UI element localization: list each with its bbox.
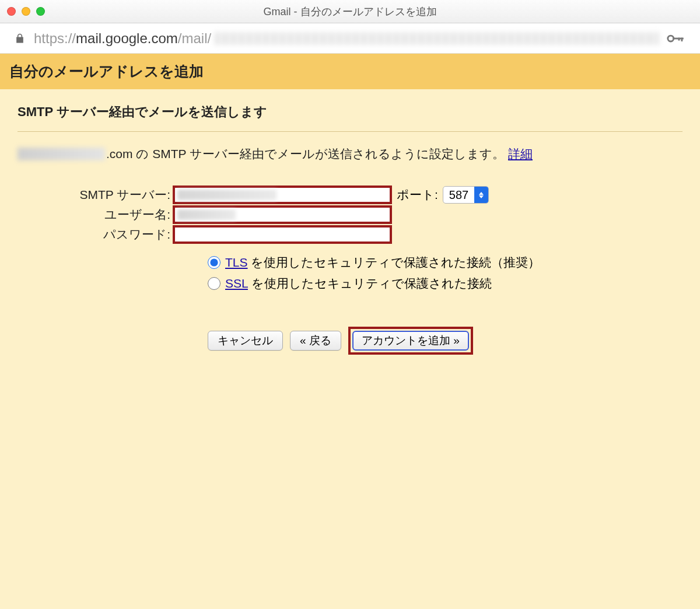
tls-link[interactable]: TLS bbox=[225, 256, 248, 269]
add-account-button[interactable]: アカウントを追加 » bbox=[352, 331, 469, 351]
password-label: パスワード: bbox=[50, 226, 173, 243]
port-select-arrow-icon bbox=[474, 187, 488, 203]
section-title: SMTP サーバー経由でメールを送信します bbox=[18, 103, 682, 132]
url-path: /mail/ bbox=[178, 30, 211, 46]
minimize-window-button[interactable] bbox=[22, 7, 30, 16]
traffic-lights bbox=[7, 7, 45, 16]
username-label: ユーザー名: bbox=[50, 206, 173, 223]
password-input-highlight bbox=[173, 225, 392, 244]
button-row: キャンセル « 戻る アカウントを追加 » bbox=[208, 327, 682, 355]
url-host: mail.google.com bbox=[76, 30, 178, 46]
url-text: https://mail.google.com/mail/ bbox=[34, 30, 211, 47]
window-titlebar: Gmail - 自分のメールアドレスを追加 bbox=[0, 0, 700, 23]
cancel-button[interactable]: キャンセル bbox=[208, 331, 283, 351]
svg-point-0 bbox=[668, 36, 674, 41]
ssl-radio-label: を使用したセキュリティで保護された接続 bbox=[248, 276, 492, 290]
url-scheme: https:// bbox=[34, 30, 76, 46]
address-bar[interactable]: https://mail.google.com/mail/ bbox=[0, 23, 700, 54]
close-window-button[interactable] bbox=[7, 7, 16, 16]
more-link[interactable]: 詳細 bbox=[508, 146, 533, 162]
content-area: SMTP サーバー経由でメールを送信します .com の SMTP サーバー経由… bbox=[0, 89, 700, 609]
ssl-link[interactable]: SSL bbox=[225, 276, 248, 290]
window-title: Gmail - 自分のメールアドレスを追加 bbox=[0, 5, 700, 19]
url-obscured bbox=[215, 32, 659, 45]
tls-radio[interactable] bbox=[208, 256, 220, 269]
domain-obscured bbox=[18, 148, 105, 160]
smtp-form: SMTP サーバー: ポート: 587 ユーザー名: bbox=[50, 186, 682, 355]
svg-rect-3 bbox=[678, 37, 680, 40]
description-text: .com の SMTP サーバー経由でメールが送信されるように設定します。 bbox=[106, 146, 505, 162]
lock-icon bbox=[14, 33, 26, 44]
smtp-server-input-highlight bbox=[173, 186, 392, 204]
key-icon bbox=[666, 32, 686, 45]
username-value-obscured bbox=[177, 209, 236, 220]
username-input-highlight bbox=[173, 205, 392, 224]
smtp-server-label: SMTP サーバー: bbox=[50, 187, 173, 203]
port-label: ポート: bbox=[397, 187, 438, 203]
smtp-server-value-obscured bbox=[177, 190, 276, 200]
back-button[interactable]: « 戻る bbox=[290, 331, 341, 351]
page-title: 自分のメールアドレスを追加 bbox=[0, 54, 700, 89]
add-account-highlight: アカウントを追加 » bbox=[348, 327, 473, 355]
tls-radio-label: を使用したセキュリティで保護された接続（推奨） bbox=[248, 256, 541, 269]
zoom-window-button[interactable] bbox=[36, 7, 45, 16]
ssl-radio[interactable] bbox=[208, 277, 220, 290]
port-select[interactable]: 587 bbox=[443, 186, 489, 204]
password-input[interactable] bbox=[177, 229, 387, 241]
port-value: 587 bbox=[443, 188, 474, 202]
svg-rect-2 bbox=[681, 37, 683, 41]
description-line: .com の SMTP サーバー経由でメールが送信されるように設定します。 詳細 bbox=[18, 146, 682, 162]
